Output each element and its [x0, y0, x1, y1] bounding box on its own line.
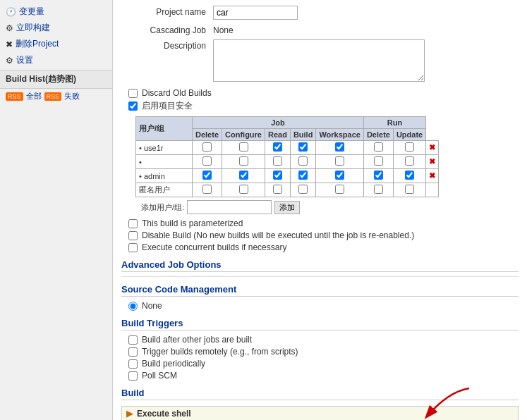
security-section: 用户/组 Job Run Delete Configure Read Build… [135, 116, 519, 214]
arrow-annotation [413, 385, 497, 420]
advanced-options-header[interactable]: Advanced Job Options [121, 259, 519, 272]
parameterized-label: This build is parameterized [142, 218, 243, 228]
rss-all-link[interactable]: 全部 [26, 91, 42, 101]
build-history-label: Build Hist(趋势图) [6, 74, 76, 84]
perm-checkbox[interactable] [239, 185, 248, 194]
perm-checkbox[interactable] [298, 142, 308, 152]
rss-fail-link[interactable]: 失败 [64, 91, 80, 101]
divider1 [121, 276, 519, 277]
trigger-after-checkbox[interactable] [128, 335, 138, 345]
poll-scm-row: Poll SCM [121, 371, 519, 381]
row-delete-icon[interactable]: ✖ [429, 157, 435, 166]
perm-checkbox[interactable] [335, 142, 344, 152]
col-run-delete: Delete [363, 129, 393, 141]
project-security-checkbox[interactable] [128, 101, 138, 111]
perm-checkbox[interactable] [374, 156, 383, 166]
parameterized-row: This build is parameterized [121, 218, 519, 228]
project-name-input[interactable] [213, 6, 298, 20]
build-icon: ⚙ [6, 23, 13, 33]
perm-checkbox[interactable] [374, 142, 383, 152]
parameterized-checkbox[interactable] [128, 219, 138, 228]
perm-checkbox[interactable] [239, 171, 248, 180]
perm-checkbox[interactable] [374, 171, 383, 180]
disable-build-row: Disable Build (No new builds will be exe… [121, 230, 519, 240]
perm-checkbox[interactable] [202, 142, 212, 152]
trigger-remote-checkbox[interactable] [128, 347, 138, 357]
sidebar-item-changes[interactable]: 🕐 变更量 [0, 4, 112, 20]
job-header: Job [193, 117, 364, 129]
sidebar-item-delete[interactable]: ✖ 删除Project [0, 36, 112, 52]
poll-scm-checkbox[interactable] [128, 371, 138, 381]
row-delete-icon[interactable]: ✖ [429, 171, 435, 180]
perm-checkbox[interactable] [335, 185, 344, 194]
col-read: Read [265, 129, 290, 141]
concurrent-row: Execute concurrent builds if necessary [121, 242, 519, 252]
perm-checkbox[interactable] [239, 156, 248, 166]
perm-checkbox[interactable] [405, 142, 414, 152]
perm-checkbox[interactable] [374, 185, 383, 194]
col-user-header: 用户/组 [136, 117, 193, 141]
trigger-remote-label: Trigger builds remotely (e.g., from scri… [142, 347, 298, 357]
trigger-after-row: Build after other jobs are built [121, 335, 519, 345]
cascading-job-label: Cascading Job [121, 24, 213, 35]
none-radio-label: None [142, 301, 162, 311]
discard-builds-checkbox[interactable] [128, 89, 138, 98]
perm-checkbox[interactable] [405, 156, 414, 166]
changes-link[interactable]: 变更量 [19, 6, 44, 18]
poll-scm-label: Poll SCM [142, 371, 177, 381]
perm-checkbox[interactable] [239, 142, 248, 152]
concurrent-label: Execute concurrent builds if necessary [142, 242, 286, 252]
rss-icon2: RSS [44, 92, 62, 101]
perm-checkbox[interactable] [273, 185, 282, 194]
trigger-periodic-checkbox[interactable] [128, 359, 138, 369]
perm-checkbox[interactable] [202, 185, 212, 194]
perm-checkbox[interactable] [298, 171, 308, 180]
col-delete: Delete [193, 129, 222, 141]
none-radio[interactable] [128, 302, 138, 311]
gear-icon: ⚙ [6, 56, 13, 66]
delete-link[interactable]: 删除Project [16, 38, 59, 50]
build-link[interactable]: 立即构建 [16, 22, 50, 34]
col-workspace: Workspace [316, 129, 364, 141]
build-history-section: Build Hist(趋势图) [0, 70, 112, 89]
cascading-job-value: None [213, 24, 519, 35]
user-cell: 匿名用户 [136, 183, 193, 197]
clock-icon: 🕐 [6, 7, 16, 17]
concurrent-checkbox[interactable] [128, 243, 138, 252]
sidebar: 🕐 变更量 ⚙ 立即构建 ✖ 删除Project ⚙ 设置 Build Hist… [0, 0, 113, 420]
sidebar-item-settings[interactable]: ⚙ 设置 [0, 52, 112, 68]
perm-checkbox[interactable] [202, 171, 212, 180]
table-row: 匿名用户 [136, 183, 439, 197]
row-delete-icon[interactable]: ✖ [429, 143, 435, 152]
perm-checkbox[interactable] [202, 156, 212, 166]
settings-link[interactable]: 设置 [16, 54, 33, 66]
description-value [213, 39, 519, 84]
col-build: Build [290, 129, 316, 141]
table-row: • ✖ [136, 155, 439, 169]
arrow-container: ▶ Execute shell Command cd /tmp/test2/ &… [121, 406, 519, 420]
trigger-after-label: Build after other jobs are built [142, 335, 252, 345]
discard-builds-label: Discard Old Builds [142, 88, 212, 98]
add-user-button[interactable]: 添加 [274, 201, 300, 214]
col-update: Update [393, 129, 425, 141]
description-row: Description [121, 39, 519, 84]
trigger-periodic-row: Build periodically [121, 359, 519, 369]
perm-checkbox[interactable] [298, 156, 308, 166]
perm-checkbox[interactable] [273, 156, 282, 166]
perm-checkbox[interactable] [335, 171, 344, 180]
disable-build-checkbox[interactable] [128, 231, 138, 240]
user-cell: • admin [136, 169, 193, 183]
project-name-row: Project name [121, 6, 519, 20]
col-configure: Configure [222, 129, 265, 141]
perm-checkbox[interactable] [298, 185, 308, 194]
cascading-job-row: Cascading Job None [121, 24, 519, 35]
perm-checkbox[interactable] [405, 185, 414, 194]
add-user-input[interactable] [187, 200, 272, 214]
perm-checkbox[interactable] [273, 171, 282, 180]
sidebar-item-build[interactable]: ⚙ 立即构建 [0, 20, 112, 36]
description-input[interactable] [213, 39, 425, 82]
security-table: 用户/组 Job Run Delete Configure Read Build… [135, 116, 439, 197]
perm-checkbox[interactable] [335, 156, 344, 166]
perm-checkbox[interactable] [405, 171, 414, 180]
perm-checkbox[interactable] [273, 142, 282, 152]
